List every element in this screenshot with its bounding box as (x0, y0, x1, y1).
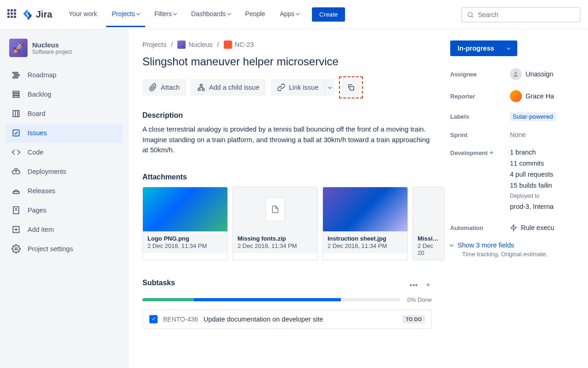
attachment-date: 2 Dec 2018, 11:34 PM (328, 242, 403, 249)
description-heading: Description (142, 111, 432, 120)
svg-rect-27 (350, 86, 354, 90)
project-type: Software project (32, 49, 72, 55)
sidebar-item-deployments[interactable]: Deployments (6, 162, 123, 181)
gear-icon (11, 244, 21, 254)
status-dropdown[interactable]: In-progress (450, 40, 517, 56)
label-tag[interactable]: Solar-powered (510, 112, 556, 121)
sidebar-item-code[interactable]: Code (6, 143, 123, 162)
field-label: Development + (450, 149, 510, 157)
sidebar-item-add[interactable]: Add item (6, 220, 123, 239)
action-row: Attach Add a child issue Link issue (142, 76, 432, 98)
sidebar-item-label: Deployments (28, 168, 67, 175)
chevron-down-icon (136, 12, 140, 15)
sidebar-item-backlog[interactable]: Backlog (6, 85, 123, 104)
subtask-progress: 0% Done (142, 296, 432, 303)
subtask-type-icon: ✓ (149, 315, 158, 323)
sidebar-item-releases[interactable]: Releases (6, 181, 123, 201)
add-child-button[interactable]: Add a child issue (191, 79, 266, 96)
field-labels[interactable]: Labels Solar-powered (450, 112, 588, 121)
dev-deployed-label: Deployed to (510, 193, 554, 199)
search-input[interactable] (478, 11, 575, 18)
sidebar-item-label: Project settings (28, 245, 73, 253)
dev-prs[interactable]: 4 pull requests (510, 171, 554, 178)
sprint-value: None (510, 131, 526, 138)
chevron-down-icon (296, 12, 300, 15)
add-dev-icon[interactable]: + (489, 149, 493, 156)
create-button[interactable]: Create (312, 7, 345, 22)
breadcrumb-issue[interactable]: NC-23 (224, 40, 254, 49)
svg-point-28 (514, 72, 517, 74)
project-header[interactable]: 🚀 Nucleus Software project (6, 39, 123, 65)
link-issue-button[interactable]: Link issue (271, 79, 325, 96)
svg-rect-11 (13, 130, 19, 136)
sidebar-item-issues[interactable]: Issues (6, 123, 123, 143)
nav-filters-label: Filters (154, 10, 172, 17)
dev-commits[interactable]: 11 commits (510, 160, 554, 167)
sidebar-item-pages[interactable]: Pages (6, 201, 123, 220)
link-dropdown-button[interactable] (325, 79, 334, 96)
attachment-thumbnail (143, 187, 227, 231)
svg-rect-21 (198, 89, 200, 91)
attachment-card[interactable]: Missing f2 Dec 20 (413, 187, 445, 260)
nav-projects[interactable]: Projects (106, 2, 145, 27)
svg-rect-20 (200, 84, 203, 86)
pages-icon (11, 205, 21, 215)
nav-filters[interactable]: Filters (149, 2, 182, 27)
svg-marker-29 (511, 224, 516, 230)
dev-deployed[interactable]: prod-3, Interna (510, 203, 554, 210)
field-automation[interactable]: Automation Rule execu (450, 224, 588, 231)
nav-people[interactable]: People (240, 2, 271, 27)
add-subtask-icon[interactable]: ＋ (424, 280, 432, 290)
automation-value: Rule execu (521, 224, 554, 231)
nav-projects-label: Projects (112, 10, 135, 17)
roadmap-icon (11, 70, 21, 80)
breadcrumb-projects[interactable]: Projects (142, 41, 166, 48)
dev-branches[interactable]: 1 branch (510, 149, 554, 156)
search-icon (467, 11, 474, 19)
attachments-list: Logo PNG.png2 Dec 2018, 11:34 PM Missing… (142, 187, 432, 260)
field-sprint[interactable]: Sprint None (450, 131, 588, 138)
search-box[interactable] (461, 7, 581, 23)
show-more-fields[interactable]: Show 3 more fields (450, 242, 588, 249)
more-icon[interactable]: ••• (410, 282, 418, 289)
jira-logo-text: Jira (36, 9, 52, 20)
attachment-card[interactable]: Logo PNG.png2 Dec 2018, 11:34 PM (142, 187, 228, 260)
dev-builds[interactable]: 15 builds failin (510, 182, 554, 189)
field-reporter[interactable]: Reporter Grace Ha (450, 90, 588, 102)
sidebar-item-label: Add item (28, 226, 54, 233)
attachment-thumbnail (413, 187, 444, 231)
issue-title[interactable]: Slingshot maneuver helper microservice (142, 55, 432, 68)
field-label: Automation (450, 224, 510, 231)
nav-dashboards[interactable]: Dashboards (186, 2, 236, 27)
subtask-row[interactable]: ✓ BENTO-436 Update documentation on deve… (142, 310, 432, 329)
chevron-down-icon (328, 85, 332, 89)
attach-button[interactable]: Attach (142, 79, 186, 96)
field-label: Reporter (450, 93, 510, 100)
nav-apps[interactable]: Apps (274, 2, 305, 27)
description-text[interactable]: A close terrestrial analogy is provided … (142, 124, 432, 155)
subtask-status[interactable]: TO DO (402, 315, 425, 323)
releases-icon (11, 186, 21, 196)
attachment-card[interactable]: Missing fonts.zip2 Dec 2018, 11:34 PM (232, 187, 318, 260)
sidebar-item-settings[interactable]: Project settings (6, 239, 123, 259)
subtask-key[interactable]: BENTO-436 (163, 316, 198, 323)
copy-button[interactable] (342, 79, 360, 96)
sidebar-item-board[interactable]: Board (6, 104, 123, 123)
breadcrumb-project[interactable]: Nucleus (177, 40, 212, 49)
subtasks-heading: Subtasks (142, 279, 175, 287)
sidebar-item-label: Issues (28, 129, 47, 137)
sidebar-item-roadmap[interactable]: Roadmap (6, 65, 123, 85)
attachment-name: Missing f (418, 235, 440, 242)
deployments-icon (11, 167, 21, 177)
jira-logo[interactable]: Jira (22, 9, 52, 20)
topbar: Jira Your work Projects Filters Dashboar… (0, 0, 588, 29)
field-assignee[interactable]: Assignee Unassign (450, 68, 588, 80)
attachment-card[interactable]: Instruction sheet.jpg2 Dec 2018, 11:34 P… (322, 187, 408, 260)
chevron-down-icon (227, 12, 231, 15)
nav-your-work[interactable]: Your work (63, 2, 103, 27)
project-avatar-icon: 🚀 (9, 39, 28, 57)
attach-icon (149, 83, 157, 92)
status-label: In-progress (458, 45, 494, 52)
app-switcher-icon[interactable] (7, 9, 18, 20)
sidebar-item-label: Pages (28, 207, 46, 214)
